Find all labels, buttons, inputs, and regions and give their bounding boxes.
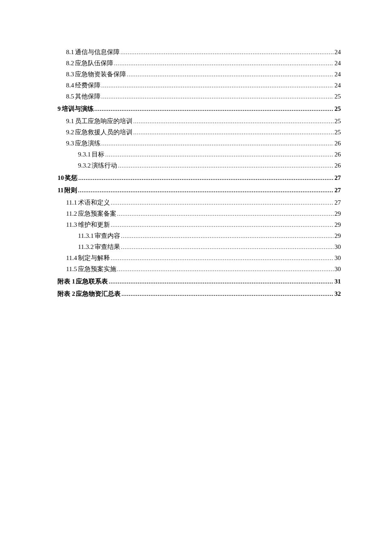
toc-entry: 11.5 应急预案实施 30	[58, 266, 341, 272]
toc-page-number: 25	[334, 129, 341, 136]
toc-number: 9	[58, 106, 61, 112]
toc-page-number: 24	[334, 60, 341, 66]
toc-title: 演练行动	[91, 162, 117, 169]
toc-page-number: 25	[334, 93, 341, 100]
toc-title: 员工应急响应的培训	[74, 118, 133, 124]
toc-entry: 11.1 术语和定义 27	[58, 199, 341, 206]
toc-title: 应急联系表	[75, 278, 108, 285]
toc-title: 应急物资汇总表	[75, 291, 121, 297]
toc-number: 8.2	[66, 60, 74, 66]
toc-page-number: 29	[334, 222, 341, 228]
toc-title: 附则	[63, 187, 77, 194]
toc-page-number: 25	[334, 106, 341, 112]
toc-page-number: 26	[334, 140, 341, 147]
toc-number: 11.3.2	[78, 244, 94, 250]
toc-number: 9.3.1	[78, 151, 91, 158]
document-page: 8.1 通信与信息保障 24 8.2 应急队伍保障 24 8.3 应急物资装备保…	[0, 0, 392, 297]
toc-entry: 10 奖惩 27	[58, 175, 341, 181]
toc-page-number: 31	[334, 278, 341, 285]
toc-title: 术语和定义	[77, 199, 110, 206]
toc-title: 应急物资装备保障	[74, 71, 126, 78]
toc-leader-dots	[117, 266, 334, 272]
toc-title: 应急预案备案	[77, 211, 116, 217]
toc-title: 审查结果	[94, 244, 120, 250]
toc-number: 11.5	[66, 266, 77, 272]
toc-entry: 8.2 应急队伍保障 24	[58, 60, 341, 66]
toc-entry: 11.4 制定与解释 30	[58, 255, 341, 261]
toc-entry: 8.4 经费保障 24	[58, 82, 341, 89]
toc-entry: 11.3.2 审查结果 30	[58, 244, 341, 250]
toc-page-number: 25	[334, 118, 341, 124]
toc-title: 通信与信息保障	[74, 49, 120, 55]
toc-leader-dots	[127, 71, 334, 78]
toc-entry: 附表 1 应急联系表 31	[58, 278, 341, 285]
toc-number: 9.1	[66, 118, 74, 124]
toc-leader-dots	[121, 244, 334, 250]
toc-page-number: 24	[334, 49, 341, 55]
toc-number: 9.3	[66, 140, 74, 147]
toc-number: 8.4	[66, 82, 74, 89]
toc-entry: 9 培训与演练 25	[58, 106, 341, 112]
toc-number: 9.2	[66, 129, 74, 136]
toc-number: 附表 2	[58, 291, 75, 297]
toc-entry: 9.3.2 演练行动 26	[58, 162, 341, 169]
toc-page-number: 27	[334, 187, 341, 194]
toc-number: 11	[58, 187, 63, 194]
toc-leader-dots	[78, 187, 334, 194]
toc-leader-dots	[105, 151, 334, 158]
toc-leader-dots	[121, 291, 334, 297]
toc-title: 经费保障	[74, 82, 101, 89]
toc-number: 8.1	[66, 49, 74, 55]
toc-title: 应急队伍保障	[74, 60, 113, 66]
toc-page-number: 27	[334, 175, 341, 181]
table-of-contents: 8.1 通信与信息保障 24 8.2 应急队伍保障 24 8.3 应急物资装备保…	[58, 49, 341, 297]
toc-leader-dots	[118, 162, 334, 169]
toc-title: 应急救援人员的培训	[74, 129, 133, 136]
toc-number: 11.4	[66, 255, 77, 261]
toc-entry: 11 附则 27	[58, 187, 341, 194]
toc-title: 其他保障	[74, 93, 101, 100]
toc-page-number: 26	[334, 162, 341, 169]
toc-title: 奖惩	[64, 175, 78, 181]
toc-leader-dots	[78, 175, 334, 181]
toc-leader-dots	[101, 93, 334, 100]
toc-page-number: 32	[334, 291, 341, 297]
toc-number: 11.2	[66, 211, 77, 217]
toc-page-number: 29	[334, 233, 341, 239]
toc-leader-dots	[111, 222, 334, 228]
toc-page-number: 24	[334, 71, 341, 78]
toc-title: 审查内容	[94, 233, 120, 239]
toc-entry: 附表 2 应急物资汇总表 32	[58, 291, 341, 297]
toc-number: 8.3	[66, 71, 74, 78]
toc-title: 培训与演练	[61, 106, 94, 112]
toc-entry: 11.3.1 审查内容 29	[58, 233, 341, 239]
toc-entry: 8.1 通信与信息保障 24	[58, 49, 341, 55]
toc-leader-dots	[133, 118, 334, 124]
toc-leader-dots	[101, 82, 334, 89]
toc-number: 11.1	[66, 199, 77, 206]
toc-number: 9.3.2	[78, 162, 91, 169]
toc-entry: 9.1 员工应急响应的培训 25	[58, 118, 341, 124]
toc-entry: 11.3 维护和更新 29	[58, 222, 341, 228]
toc-leader-dots	[121, 49, 334, 55]
toc-page-number: 26	[334, 151, 341, 158]
toc-page-number: 30	[334, 244, 341, 250]
toc-leader-dots	[111, 255, 334, 261]
toc-number: 11.3.1	[78, 233, 94, 239]
toc-page-number: 30	[334, 255, 341, 261]
toc-title: 目标	[91, 151, 104, 158]
toc-leader-dots	[117, 211, 334, 217]
toc-leader-dots	[114, 60, 334, 66]
toc-entry: 8.5 其他保障 25	[58, 93, 341, 100]
toc-entry: 9.3.1 目标 26	[58, 151, 341, 158]
toc-title: 应急预案实施	[77, 266, 116, 272]
toc-leader-dots	[111, 199, 334, 206]
toc-number: 8.5	[66, 93, 74, 100]
toc-title: 维护和更新	[77, 222, 110, 228]
toc-page-number: 29	[334, 211, 341, 217]
toc-entry: 11.2 应急预案备案 29	[58, 211, 341, 217]
toc-number: 附表 1	[58, 278, 75, 285]
toc-leader-dots	[109, 278, 334, 285]
toc-title: 制定与解释	[77, 255, 110, 261]
toc-leader-dots	[101, 140, 334, 147]
